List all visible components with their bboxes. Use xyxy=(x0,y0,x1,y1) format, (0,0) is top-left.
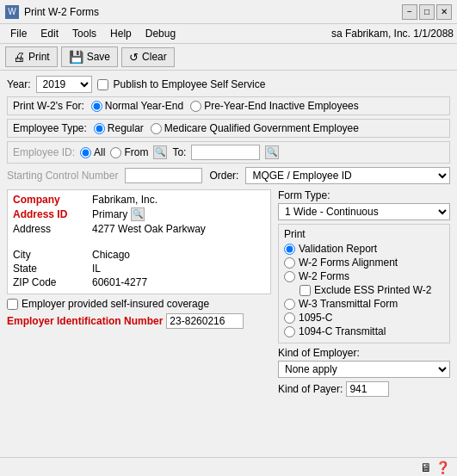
w2-alignment-row: W-2 Forms Alignment xyxy=(284,257,444,269)
right-column: Form Type: 1 Wide - Continuous 2 Wide - … xyxy=(278,189,450,397)
from-label[interactable]: From xyxy=(110,146,148,158)
main-content: Year: 2019 Publish to Employee Self Serv… xyxy=(0,71,457,402)
starting-control-label: Starting Control Number xyxy=(7,170,118,182)
minimize-button[interactable]: − xyxy=(402,4,417,20)
normal-year-end-text: Normal Year-End xyxy=(105,100,183,112)
employee-type-label: Employee Type: xyxy=(13,122,87,134)
w2-forms-radio[interactable] xyxy=(284,271,295,282)
w3-transmittal-radio[interactable] xyxy=(284,299,295,310)
validation-report-row: Validation Report xyxy=(284,243,444,255)
zip-label: ZIP Code xyxy=(13,276,90,288)
employer-id-label: Employer Identification Number xyxy=(7,315,163,327)
save-icon: 💾 xyxy=(69,50,83,64)
address-id-value: Primary xyxy=(92,208,127,220)
kind-payer-field[interactable] xyxy=(346,381,389,397)
print-w2s-label: Print W-2's For: xyxy=(13,100,84,112)
1095c-label: 1095-C xyxy=(299,312,332,324)
address-id-label: Address ID xyxy=(13,208,90,220)
city-value: Chicago xyxy=(92,249,265,261)
company-value: Fabrikam, Inc. xyxy=(92,194,265,206)
title-bar: W Print W-2 Forms − □ ✕ xyxy=(0,0,457,24)
employer-id-field[interactable] xyxy=(166,313,244,329)
starting-control-field[interactable] xyxy=(125,168,202,183)
kind-employer-section: Kind of Employer: None apply State/Local… xyxy=(278,347,450,378)
normal-year-end-radio[interactable] xyxy=(91,101,102,112)
year-select[interactable]: 2019 xyxy=(36,76,92,93)
left-column: Company Fabrikam, Inc. Address ID Primar… xyxy=(7,189,271,397)
address-section: Company Fabrikam, Inc. Address ID Primar… xyxy=(7,189,271,294)
from-text: From xyxy=(124,146,148,158)
all-label[interactable]: All xyxy=(80,146,105,158)
validation-report-label: Validation Report xyxy=(299,243,377,255)
order-label: Order: xyxy=(209,170,238,182)
menu-item-debug[interactable]: Debug xyxy=(139,26,182,41)
maximize-button[interactable]: □ xyxy=(419,4,435,20)
1094c-row: 1094-C Transmittal xyxy=(284,325,444,337)
zip-value: 60601-4277 xyxy=(92,276,265,288)
search-address-icon[interactable]: 🔍 xyxy=(131,207,145,221)
medicare-radio[interactable] xyxy=(151,123,162,134)
employer-coverage-row: Employer provided self-insured coverage xyxy=(7,298,271,310)
form-type-label: Form Type: xyxy=(278,189,450,201)
search-from-icon[interactable]: 🔍 xyxy=(153,145,167,159)
employee-type-row: Employee Type: Regular Medicare Qualifie… xyxy=(7,119,450,138)
regular-text: Regular xyxy=(108,122,144,134)
w3-transmittal-label: W-3 Transmittal Form xyxy=(299,298,398,310)
search-to-icon[interactable]: 🔍 xyxy=(265,145,279,159)
save-label: Save xyxy=(87,51,110,63)
menu-item-help[interactable]: Help xyxy=(103,26,139,41)
status-icon-2: ❓ xyxy=(435,461,450,474)
employer-coverage-checkbox[interactable] xyxy=(7,299,18,310)
form-type-select[interactable]: 1 Wide - Continuous 2 Wide - Continuous xyxy=(278,203,450,220)
kind-payer-section: Kind of Payer: xyxy=(278,381,450,397)
w2-alignment-label: W-2 Forms Alignment xyxy=(299,257,398,269)
w2-forms-label: W-2 Forms xyxy=(299,270,349,282)
1095c-row: 1095-C xyxy=(284,312,444,324)
w2-alignment-radio[interactable] xyxy=(284,257,295,269)
publish-checkbox[interactable] xyxy=(97,79,108,90)
validation-report-radio[interactable] xyxy=(284,244,295,255)
medicare-label[interactable]: Medicare Qualified Government Employee xyxy=(151,122,359,134)
exclude-ess-row: Exclude ESS Printed W-2 xyxy=(300,284,444,296)
state-label: State xyxy=(13,263,90,275)
1095c-radio[interactable] xyxy=(284,312,295,324)
menu-item-tools[interactable]: Tools xyxy=(65,26,103,41)
year-label: Year: xyxy=(7,78,31,90)
regular-label[interactable]: Regular xyxy=(94,122,144,134)
save-button[interactable]: 💾 Save xyxy=(61,46,118,67)
pre-year-end-label[interactable]: Pre-Year-End Inactive Employees xyxy=(190,100,359,112)
print-icon: 🖨 xyxy=(13,50,25,64)
all-radio[interactable] xyxy=(80,147,91,158)
menu-right-text: sa Fabrikam, Inc. 1/1/2088 xyxy=(331,28,454,40)
menu-item-file[interactable]: File xyxy=(3,26,34,41)
address-value: 4277 West Oak Parkway xyxy=(92,223,265,235)
two-column-layout: Company Fabrikam, Inc. Address ID Primar… xyxy=(7,189,450,397)
to-label: To: xyxy=(172,146,186,158)
print-label: Print xyxy=(28,51,50,63)
menu-item-edit[interactable]: Edit xyxy=(34,26,65,41)
pre-year-end-radio[interactable] xyxy=(190,101,201,112)
employer-id-row: Employer Identification Number xyxy=(7,313,271,329)
toolbar: 🖨 Print 💾 Save ↺ Clear xyxy=(0,44,457,71)
city-label: City xyxy=(13,249,90,261)
print-button[interactable]: 🖨 Print xyxy=(5,46,58,67)
1094c-radio[interactable] xyxy=(284,326,295,337)
clear-button[interactable]: ↺ Clear xyxy=(121,47,175,67)
print-w2s-row: Print W-2's For: Normal Year-End Pre-Yea… xyxy=(7,96,450,115)
publish-label: Publish to Employee Self Service xyxy=(114,78,266,90)
print-section: Print Validation Report W-2 Forms Alignm… xyxy=(278,224,450,343)
close-button[interactable]: ✕ xyxy=(436,4,452,20)
all-text: All xyxy=(94,146,105,158)
exclude-ess-label: Exclude ESS Printed W-2 xyxy=(314,284,432,296)
order-select[interactable]: MQGE / Employee ID Employee ID SSN xyxy=(245,167,450,184)
from-radio[interactable] xyxy=(110,147,121,158)
to-field[interactable] xyxy=(191,145,260,160)
regular-radio[interactable] xyxy=(94,123,105,134)
normal-year-end-label[interactable]: Normal Year-End xyxy=(91,100,183,112)
exclude-ess-checkbox[interactable] xyxy=(300,285,311,296)
address-label: Address xyxy=(13,223,90,235)
state-value: IL xyxy=(92,263,265,275)
company-label: Company xyxy=(13,194,90,206)
1094c-label: 1094-C Transmittal xyxy=(299,325,386,337)
kind-employer-select[interactable]: None apply State/Local non-501c State/Lo… xyxy=(278,361,450,378)
